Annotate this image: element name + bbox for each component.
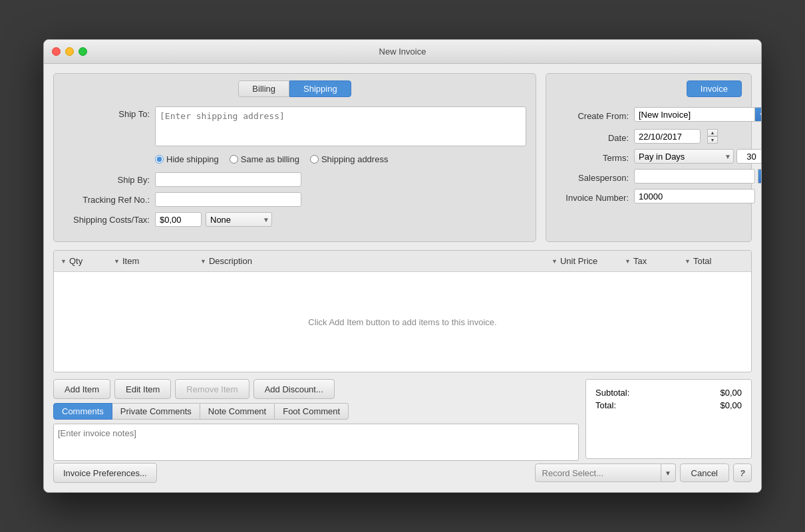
- record-select-input[interactable]: Record Select...: [535, 464, 661, 482]
- tracking-label: Tracking Ref No.:: [63, 192, 150, 205]
- ship-to-label: Ship To:: [63, 106, 150, 119]
- close-button[interactable]: [52, 47, 61, 56]
- shipping-costs-label: Shipping Costs/Tax:: [63, 212, 150, 225]
- terms-label: Terms:: [556, 150, 629, 163]
- salesperson-dropdown-icon[interactable]: ▼: [758, 169, 762, 184]
- remove-item-button[interactable]: Remove Item: [175, 379, 249, 399]
- cancel-button[interactable]: Cancel: [680, 464, 729, 482]
- invoice-preferences-button[interactable]: Invoice Preferences...: [53, 463, 157, 483]
- col-item-header: ▼ Item: [114, 256, 200, 266]
- tab-shipping[interactable]: Shipping: [289, 80, 351, 97]
- total-filter-icon[interactable]: ▼: [685, 258, 691, 265]
- tax-header-text: Tax: [633, 256, 647, 266]
- tab-comments[interactable]: Comments: [53, 403, 112, 420]
- left-panel: Billing Shipping Ship To: Hide shipping: [53, 73, 536, 242]
- tax-filter-icon[interactable]: ▼: [625, 258, 631, 265]
- shipping-radio-group: Hide shipping Same as billing Shipping a…: [155, 152, 388, 167]
- terms-select[interactable]: Pay in Days Due on Receipt: [634, 149, 734, 164]
- invoice-number-label: Invoice Number:: [556, 190, 629, 203]
- invoice-number-input[interactable]: 10000: [634, 189, 755, 203]
- record-select-wrapper: Record Select... ▼: [535, 464, 676, 482]
- salesperson-label: Salesperson:: [556, 170, 629, 183]
- unit-filter-icon[interactable]: ▼: [552, 258, 558, 265]
- hide-shipping-option[interactable]: Hide shipping: [155, 154, 219, 164]
- create-from-label: Create From:: [556, 108, 629, 121]
- top-section: Billing Shipping Ship To: Hide shipping: [53, 73, 752, 242]
- minimize-button[interactable]: [65, 47, 74, 56]
- items-table: ▼ Qty ▼ Item ▼ Description ▼ Unit Price …: [53, 250, 752, 372]
- tracking-row: Tracking Ref No.:: [63, 192, 526, 207]
- shipping-address-option[interactable]: Shipping address: [310, 154, 388, 164]
- shipping-address-label: Shipping address: [321, 154, 388, 164]
- add-item-button[interactable]: Add Item: [53, 379, 110, 399]
- tab-note-comment[interactable]: Note Comment: [200, 403, 275, 420]
- shipping-tax-select[interactable]: None 5% 10%: [206, 212, 272, 227]
- qty-filter-icon[interactable]: ▼: [61, 258, 67, 265]
- total-label: Total:: [595, 400, 616, 410]
- terms-row: Terms: Pay in Days Due on Receipt ▼ 30 ▲: [556, 149, 742, 164]
- window-title: New Invoice: [379, 47, 426, 57]
- terms-days-input[interactable]: 30: [736, 149, 762, 164]
- date-input[interactable]: 22/10/2017: [634, 129, 701, 144]
- summary-panel: Subtotal: $0,00 Total: $0,00: [585, 379, 752, 459]
- bottom-panels: Add Item Edit Item Remove Item Add Disco…: [53, 379, 752, 463]
- create-from-input[interactable]: [New Invoice]: [634, 107, 755, 122]
- record-select-dropdown-icon[interactable]: ▼: [661, 464, 676, 482]
- edit-item-button[interactable]: Edit Item: [114, 379, 171, 399]
- item-filter-icon[interactable]: ▼: [114, 258, 120, 265]
- col-tax-header: ▼ Tax: [625, 256, 685, 266]
- maximize-button[interactable]: [79, 47, 87, 56]
- table-body: Click Add Item button to add items to th…: [54, 272, 751, 372]
- invoice-tab-button[interactable]: Invoice: [687, 80, 742, 97]
- same-as-billing-label: Same as billing: [241, 154, 299, 164]
- salesperson-row: Salesperson: ▼: [556, 169, 742, 184]
- hide-shipping-label: Hide shipping: [166, 154, 219, 164]
- date-row: Date: 22/10/2017 ▲ ▼: [556, 129, 742, 144]
- tab-billing[interactable]: Billing: [238, 80, 289, 97]
- comments-tabs: Comments Private Comments Note Comment F…: [53, 403, 579, 420]
- footer: Invoice Preferences... Record Select... …: [53, 463, 752, 483]
- shipping-tax-select-wrapper: None 5% 10% ▼: [206, 212, 272, 227]
- ship-to-row: Ship To:: [63, 106, 526, 146]
- unit-header-text: Unit Price: [560, 256, 597, 266]
- date-stepper-up[interactable]: ▲: [707, 129, 718, 136]
- ship-by-label: Ship By:: [63, 172, 150, 185]
- desc-header-text: Description: [209, 256, 252, 266]
- add-discount-button[interactable]: Add Discount...: [253, 379, 335, 399]
- radio-row: Hide shipping Same as billing Shipping a…: [63, 152, 526, 167]
- comments-section: Comments Private Comments Note Comment F…: [53, 403, 579, 463]
- terms-select-wrapper: Pay in Days Due on Receipt ▼: [634, 149, 734, 164]
- create-from-dropdown-icon[interactable]: ▼: [755, 107, 762, 122]
- date-stepper[interactable]: ▲ ▼: [707, 129, 718, 144]
- date-stepper-down[interactable]: ▼: [707, 136, 718, 144]
- tab-foot-comment[interactable]: Foot Comment: [275, 403, 349, 420]
- col-qty-header: ▼ Qty: [54, 256, 114, 266]
- ship-by-input[interactable]: [155, 172, 301, 187]
- window-controls: [52, 47, 87, 56]
- subtotal-row: Subtotal: $0,00: [595, 388, 742, 398]
- tracking-input[interactable]: [155, 192, 301, 207]
- shipping-cost-input[interactable]: $0,00: [155, 212, 202, 227]
- salesperson-input[interactable]: [634, 169, 755, 184]
- col-total-header: ▼ Total: [685, 256, 751, 266]
- bottom-left: Add Item Edit Item Remove Item Add Disco…: [53, 379, 579, 463]
- comment-textarea[interactable]: [53, 424, 579, 461]
- item-header-text: Item: [122, 256, 139, 266]
- date-label: Date:: [556, 130, 629, 143]
- ship-by-row: Ship By:: [63, 172, 526, 187]
- table-header: ▼ Qty ▼ Item ▼ Description ▼ Unit Price …: [54, 251, 751, 272]
- right-panel: Invoice Create From: [New Invoice] ▼ ⎘ D…: [546, 73, 752, 242]
- window-body: Billing Shipping Ship To: Hide shipping: [44, 64, 761, 492]
- create-from-row: Create From: [New Invoice] ▼ ⎘: [556, 105, 742, 124]
- col-desc-header: ▼ Description: [200, 256, 552, 266]
- subtotal-value: $0,00: [720, 388, 742, 398]
- desc-filter-icon[interactable]: ▼: [200, 258, 206, 265]
- same-as-billing-option[interactable]: Same as billing: [230, 154, 299, 164]
- ship-to-input[interactable]: [155, 106, 526, 146]
- total-row: Total: $0,00: [595, 400, 742, 410]
- main-window: New Invoice Billing Shipping Ship To:: [43, 39, 762, 493]
- help-button[interactable]: ?: [733, 464, 752, 482]
- total-header-text: Total: [693, 256, 711, 266]
- tab-private-comments[interactable]: Private Comments: [112, 403, 200, 420]
- subtotal-label: Subtotal:: [595, 388, 629, 398]
